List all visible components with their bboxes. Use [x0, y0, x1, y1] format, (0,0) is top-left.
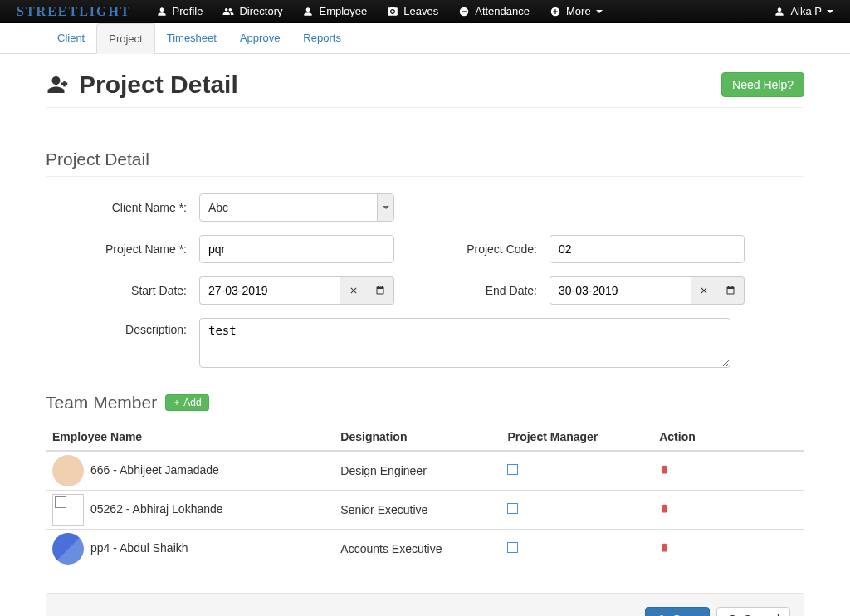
employee-name: pp4 - Abdul Shaikh [90, 541, 188, 555]
end-date-clear[interactable] [691, 276, 717, 305]
project-name-input[interactable] [199, 235, 394, 263]
designation: Design Engineer [334, 451, 501, 491]
row-client-name: Client Name *: Abc [46, 193, 804, 222]
row-description: Description: [46, 318, 804, 368]
employee-name: 666 - Abhijeet Jamadade [90, 463, 219, 477]
row-project-name: Project Name *: [46, 235, 425, 263]
nav-user-menu[interactable]: Alka P [774, 5, 833, 17]
pm-checkbox[interactable] [507, 464, 518, 475]
plus-icon [173, 398, 181, 407]
person-icon [302, 6, 314, 17]
nav-label: Employee [319, 5, 367, 17]
nav-profile[interactable]: Profile [156, 5, 203, 17]
save-label: Save [672, 613, 699, 616]
project-code-label: Project Code: [425, 242, 550, 256]
page-title: Project Detail [46, 71, 238, 99]
tab-client[interactable]: Client [46, 23, 96, 53]
nav-label: Directory [239, 5, 282, 17]
start-date-label: Start Date: [46, 284, 199, 297]
camera-icon [387, 6, 398, 17]
tab-project[interactable]: Project [96, 23, 154, 54]
section-team-member: Team Member Add [46, 393, 804, 413]
nav-leaves[interactable]: Leaves [387, 5, 438, 17]
client-name-select[interactable]: Abc [199, 193, 394, 222]
tab-approve[interactable]: Approve [228, 23, 291, 53]
brand-logo: STREETLIGHT [17, 4, 131, 19]
cancel-button[interactable]: Cancel [716, 607, 790, 616]
designation: Senior Executive [334, 491, 501, 530]
need-help-button[interactable]: Need Help? [721, 72, 804, 97]
project-name-label: Project Name *: [46, 242, 199, 256]
calendar-icon [375, 286, 385, 296]
action-footer: Save Cancel [46, 593, 804, 616]
th-designation: Designation [334, 423, 501, 452]
start-date-clear[interactable] [340, 276, 367, 305]
tab-timesheet[interactable]: Timesheet [155, 23, 228, 53]
nav-more[interactable]: More [550, 5, 603, 17]
avatar [52, 455, 84, 486]
th-action: Action [652, 423, 804, 452]
end-date-picker[interactable] [717, 276, 745, 305]
person-icon [156, 6, 168, 17]
svg-rect-2 [462, 11, 467, 12]
avatar [52, 494, 84, 526]
row-project-code: Project Code: [425, 235, 804, 263]
nav-label: Profile [173, 5, 203, 17]
plus-circle-icon [550, 6, 561, 17]
nav-label: Leaves [403, 5, 438, 17]
add-team-member-button[interactable]: Add [165, 394, 208, 411]
avatar [52, 533, 84, 565]
pm-checkbox[interactable] [507, 503, 518, 514]
nav-directory[interactable]: Directory [222, 5, 282, 17]
employee-name: 05262 - Abhiraj Lokhande [90, 502, 223, 516]
close-icon [349, 286, 359, 296]
client-name-label: Client Name *: [46, 201, 199, 214]
nav-employee[interactable]: Employee [302, 5, 367, 17]
subtabs: Client Project Timesheet Approve Reports [0, 23, 850, 54]
page-title-text: Project Detail [79, 71, 238, 99]
page-header: Project Detail Need Help? [46, 71, 804, 108]
delete-button[interactable] [659, 503, 670, 516]
add-label: Add [183, 397, 201, 408]
row-end-date: End Date: [425, 276, 804, 305]
description-label: Description: [46, 318, 199, 336]
tab-reports[interactable]: Reports [291, 23, 353, 53]
select-arrow-icon [377, 194, 393, 221]
client-name-value: Abc [208, 201, 228, 214]
person-icon [774, 6, 785, 17]
start-date-input[interactable] [199, 276, 340, 305]
circle-minus-icon [458, 6, 470, 17]
close-icon [699, 286, 709, 296]
end-date-input[interactable] [550, 276, 691, 305]
calendar-icon [725, 286, 735, 296]
delete-button[interactable] [659, 542, 670, 555]
caret-down-icon [596, 10, 603, 13]
people-icon [222, 6, 234, 17]
table-header-row: Employee Name Designation Project Manage… [46, 423, 804, 452]
trash-icon [659, 464, 670, 475]
pm-checkbox[interactable] [507, 542, 518, 553]
user-plus-icon [46, 72, 71, 97]
team-table: Employee Name Designation Project Manage… [46, 423, 804, 568]
th-project-manager: Project Manager [501, 423, 652, 452]
cancel-label: Cancel [743, 613, 779, 616]
svg-point-0 [392, 10, 395, 13]
delete-button[interactable] [659, 464, 670, 477]
project-code-input[interactable] [550, 235, 745, 263]
description-textarea[interactable] [199, 318, 730, 368]
nav-label: More [566, 5, 591, 17]
table-row: 05262 - Abhiraj Lokhande Senior Executiv… [46, 491, 804, 530]
save-button[interactable]: Save [645, 607, 710, 616]
designation: Accounts Executive [334, 530, 501, 569]
nav-attendance[interactable]: Attendance [458, 5, 530, 17]
table-row: 666 - Abhijeet Jamadade Design Engineer [46, 451, 804, 491]
user-name: Alka P [790, 5, 822, 17]
nav-label: Attendance [475, 5, 530, 17]
end-date-label: End Date: [425, 284, 550, 297]
top-navbar: STREETLIGHT Profile Directory Employee L… [0, 0, 850, 23]
start-date-picker[interactable] [367, 276, 394, 305]
caret-down-icon [827, 10, 833, 13]
trash-icon [659, 542, 670, 553]
table-row: pp4 - Abdul Shaikh Accounts Executive [46, 530, 804, 569]
nav-items: Profile Directory Employee Leaves Attend… [156, 5, 774, 17]
